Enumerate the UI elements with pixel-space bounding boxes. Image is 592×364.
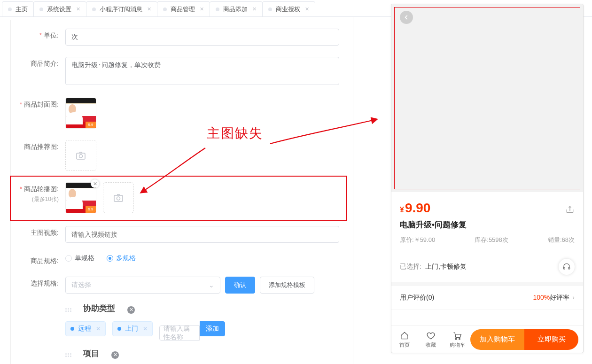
label-cover: 商品封面图:	[24, 101, 59, 108]
spec-group-title: 协助类型	[75, 302, 124, 318]
chevron-right-icon: ›	[572, 294, 575, 301]
svg-rect-5	[569, 267, 570, 270]
add-template-button[interactable]: 添加规格模板	[260, 277, 314, 294]
nav-cart[interactable]: 购物车	[444, 330, 470, 349]
spec-select[interactable]: 请选择 ⌄	[65, 277, 220, 294]
radio-single-spec[interactable]: 单规格	[65, 254, 94, 263]
svg-point-7	[459, 338, 460, 340]
tab-license[interactable]: 商业授权✕	[262, 1, 315, 16]
confirm-button[interactable]: 确认	[225, 277, 255, 294]
camera-icon	[113, 192, 124, 203]
close-icon[interactable]: ✕	[252, 6, 257, 12]
nav-fav[interactable]: 收藏	[418, 330, 444, 349]
row-spec: 商品规格: 单规格 多规格	[11, 248, 346, 271]
label-video: 主图视频:	[31, 229, 59, 236]
tab-system-settings[interactable]: 系统设置✕	[33, 1, 86, 16]
svg-rect-0	[77, 153, 85, 159]
product-meta: 原价:￥59.00 库存:5598次 销量:68次	[391, 234, 583, 251]
video-input[interactable]	[65, 226, 339, 243]
label-brief: 商品简介:	[31, 60, 59, 67]
price: ¥9.90	[400, 201, 430, 216]
svg-point-6	[455, 338, 457, 340]
svg-point-3	[117, 197, 120, 200]
close-icon[interactable]: ✕	[96, 325, 101, 332]
spec-attr-input[interactable]: 请输入属性名称	[159, 325, 200, 341]
spec-group-title: 项目	[75, 347, 108, 363]
close-icon[interactable]: ✕	[111, 351, 119, 359]
cart-icon	[444, 330, 470, 341]
svg-rect-4	[563, 267, 565, 270]
row-video: 主图视频:	[11, 220, 346, 248]
brief-textarea[interactable]: 电脑升级·问题修复，单次收费	[65, 57, 339, 85]
close-icon[interactable]: ✕	[147, 6, 151, 12]
back-icon[interactable]	[400, 11, 413, 24]
selected-row[interactable]: 已选择:上门,卡顿修复	[391, 251, 583, 286]
cover-image[interactable]: 9.9	[65, 98, 96, 129]
label-unit: 单位:	[44, 31, 59, 39]
radio-multi-spec[interactable]: 多规格	[107, 254, 136, 263]
annotation-border	[394, 7, 580, 189]
row-cover: *商品封面图: 9.9	[11, 92, 346, 134]
tab-subscription[interactable]: 小程序订阅消息✕	[86, 1, 157, 16]
close-icon[interactable]: ✕	[143, 325, 148, 332]
close-icon[interactable]: ✕	[76, 6, 80, 12]
tab-label: 商品添加	[223, 5, 248, 14]
svg-point-1	[79, 155, 83, 158]
tab-product-add[interactable]: 商品添加✕	[210, 1, 263, 16]
reviews-row[interactable]: 用户评价(0) 100%好评率›	[391, 286, 583, 310]
product-title: 电脑升级•问题修复	[391, 218, 583, 234]
upload-recommend[interactable]	[65, 140, 96, 171]
label-carousel: 商品轮播图:	[24, 185, 59, 193]
add-attr-button[interactable]: 添加	[200, 321, 225, 336]
close-icon[interactable]: ✕	[305, 6, 309, 12]
tab-product-manage[interactable]: 商品管理✕	[157, 1, 210, 16]
add-to-cart-button[interactable]: 加入购物车	[470, 329, 524, 350]
row-spec-groups: 协助类型 ✕ 远程✕ 上门✕ 请输入属性名称添加 项目 ✕ 配置升级✕ 清理弹窗…	[11, 299, 346, 364]
svg-rect-2	[114, 195, 123, 201]
label-recommend: 商品推荐图:	[24, 143, 59, 150]
drag-icon[interactable]	[65, 349, 72, 361]
drag-icon[interactable]	[65, 304, 72, 316]
label-carousel-sub: (最多10张)	[11, 195, 59, 203]
spec-group-head: 协助类型 ✕	[65, 302, 339, 318]
row-unit: *单位:	[11, 23, 346, 51]
tab-label: 主页	[16, 5, 28, 14]
spec-tag[interactable]: 上门✕	[112, 321, 153, 336]
row-choose-spec: 选择规格: 请选择 ⌄ 确认 添加规格模板	[11, 271, 346, 299]
product-form: *单位: 商品简介: 电脑升级·问题修复，单次收费 *商品封面图: 9.9 商品…	[0, 17, 353, 364]
share-icon[interactable]	[565, 205, 575, 216]
home-icon	[391, 330, 418, 341]
unit-input[interactable]	[65, 29, 339, 46]
bottom-bar: 首页 收藏 购物车 加入购物车 立即购买	[391, 325, 583, 353]
preview-image-area	[391, 4, 583, 192]
label-choose-spec: 选择规格:	[31, 279, 59, 287]
spec-group-head: 项目 ✕	[65, 347, 339, 363]
tab-home[interactable]: 主页	[2, 1, 34, 16]
chevron-down-icon: ⌄	[209, 281, 214, 289]
row-recommend: 商品推荐图:	[11, 134, 346, 177]
camera-icon	[75, 150, 86, 161]
tab-label: 小程序订阅消息	[100, 5, 142, 14]
tab-label: 商业授权	[276, 5, 300, 14]
mobile-preview: ¥9.90 电脑升级•问题修复 原价:￥59.00 库存:5598次 销量:68…	[391, 4, 584, 353]
nav-home[interactable]: 首页	[391, 330, 418, 349]
carousel-item[interactable]: 9.9 ✕	[65, 182, 96, 213]
tab-label: 系统设置	[47, 5, 71, 14]
row-carousel: *商品轮播图:(最多10张) 9.9 ✕	[11, 177, 346, 220]
heart-icon	[418, 330, 444, 341]
buy-now-button[interactable]: 立即购买	[524, 329, 578, 350]
customer-service-icon[interactable]	[559, 259, 575, 275]
upload-carousel[interactable]	[103, 182, 134, 213]
label-spec: 商品规格:	[31, 257, 59, 264]
close-icon[interactable]: ✕	[200, 6, 204, 12]
close-icon[interactable]: ✕	[91, 179, 99, 188]
spec-tag[interactable]: 远程✕	[65, 321, 106, 336]
close-icon[interactable]: ✕	[127, 306, 135, 314]
row-brief: 商品简介: 电脑升级·问题修复，单次收费	[11, 51, 346, 92]
tab-label: 商品管理	[171, 5, 195, 14]
